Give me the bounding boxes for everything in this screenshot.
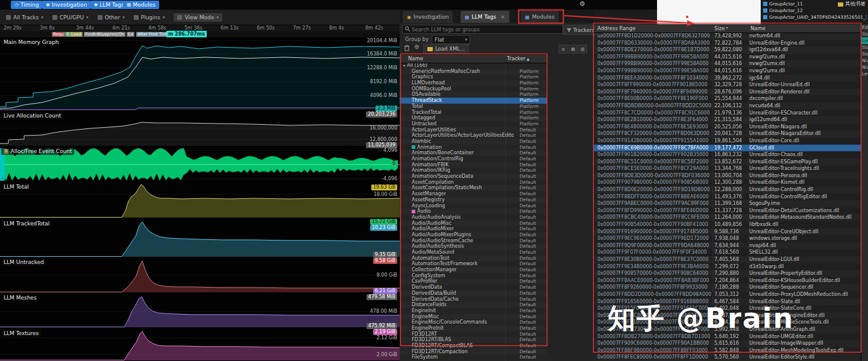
module-row[interactable]: 0x00007FF8BF9B0000-0x00007FF8BFF030005,5… <box>594 347 861 354</box>
llm-tag-row[interactable]: Audio/AudioMiscDefault <box>400 221 547 227</box>
llm-tag-row[interactable]: ActorLayerUtilitiesDefault <box>400 127 547 133</box>
module-row[interactable]: 0x00007FF9079B0000-0x00007FF90856B00012,… <box>594 179 861 186</box>
llm-tag-row[interactable]: Audio/MetaSoundDefault <box>400 250 547 256</box>
edge-strip-item[interactable]: Sta <box>861 51 868 57</box>
other-bookmarks[interactable]: 其他书签 <box>838 1 866 8</box>
llm-tag-row[interactable]: GraphicsPlatform <box>400 74 547 80</box>
llm-tag-row[interactable]: Audio/AudioAnalysisDefault <box>400 215 547 221</box>
module-row[interactable]: 0x00007FF8E30B0000-0x00007FF8E37C00007,4… <box>594 256 861 263</box>
module-row[interactable]: 0x00007FF8FF990000-0x00007FF90186500032,… <box>594 81 861 89</box>
grid-view-icon[interactable]: ▥ <box>578 45 587 54</box>
llm-tag-row[interactable]: AssetCompilation/StaticMeshDefault <box>400 185 547 191</box>
llm-tag-row[interactable]: EnginePreInitDefault <box>400 325 547 331</box>
module-row[interactable]: 0x00007FF8BDFF0000-0x00007FF8BEAE600011,… <box>594 193 861 201</box>
module-row[interactable]: 0x00007FF8C69B0000-0x00007FF8C7BFA00019,… <box>594 145 861 152</box>
module-row[interactable]: 0x00007FF8D1D20000-0x00007FF8D632700073,… <box>594 33 861 40</box>
module-row[interactable]: 0x00007FF908570000-0x00007FF908C640007,2… <box>594 270 861 277</box>
module-row[interactable]: 0x00007FF916900000-0x00007FF9174B50009,5… <box>594 228 861 236</box>
module-row[interactable]: 0x00007FF9F07F0000-0x00007FF9F0F340007,6… <box>594 249 861 256</box>
llm-tag-row[interactable]: ThreadStackPlatform <box>400 98 547 104</box>
llm-tag-row[interactable]: DistanceFieldsDefault <box>400 302 547 308</box>
module-row[interactable]: 0x00007FF8E2B10000-0x00007FF8E3F6400021,… <box>594 116 861 124</box>
module-row[interactable]: 0x00007FF9D9F00000-0x00007FF9DA6480007,6… <box>594 242 861 250</box>
llm-tag-row[interactable]: ActorLayerUtilities/ActorLayerUtilitiesE… <box>400 133 547 139</box>
load-xml-button[interactable]: Load XML... <box>423 44 469 54</box>
module-row[interactable]: 0x00007FF8D0E20000-0x00007FF8D19D800012,… <box>594 186 861 193</box>
llm-tag-row[interactable]: CsvProfilerDefault <box>400 278 547 284</box>
track-name-label[interactable]: LLM Untracked <box>1 259 46 266</box>
group-by-select[interactable]: Flat ▾ <box>432 35 470 44</box>
llm-tag-row[interactable]: UntrackedPlatform <box>400 121 547 127</box>
module-row[interactable]: 0x00007FF8E00B0000-0x00007FF8E190F00025,… <box>594 95 861 102</box>
module-row[interactable]: 0x00007FF8D6330000-0x00007FF8DA8A300072,… <box>594 40 861 47</box>
edge-strip-item[interactable]: Lin <box>861 37 868 44</box>
llm-tag-row[interactable]: AutomationTest/FrameworkDefault <box>400 261 547 267</box>
llm-tag-row[interactable]: EngineMiscDefault <box>400 314 547 320</box>
llm-tag-row[interactable]: Audio/AudioSynthesisDefault <box>400 243 547 250</box>
edge-strip-item[interactable]: Nia <box>861 64 868 71</box>
module-row[interactable]: 0x00007FF8F9260000-0x00007FF8F99330007,1… <box>594 284 861 291</box>
edge-strip-item[interactable]: Edi <box>861 24 868 31</box>
module-row[interactable]: 0x00007FF8DBDB0000-0x00007FF8DD2C500022,… <box>594 102 861 110</box>
module-row[interactable]: 0x00007FF8EEA30000-0x00007FF8F103400039,… <box>594 75 861 82</box>
module-row[interactable]: 0x00007FF8CE5E0000-0x00007FF8CF29A00013,… <box>594 165 861 172</box>
module-row[interactable]: 0x00007FF8CBC40000-0x00007FF8CC6FE00011,… <box>594 214 861 221</box>
timing-track-area[interactable] <box>0 37 400 361</box>
top-tab-timing[interactable]: ◷Timing <box>11 1 42 9</box>
close-icon[interactable]: × <box>500 14 505 20</box>
llm-tag-row[interactable]: DerivedData/BuildDefault <box>400 290 547 297</box>
llm-tag-row[interactable]: AlembicDefault <box>400 139 547 145</box>
llm-tag-row[interactable]: DerivedDataDefault <box>400 284 547 290</box>
module-row[interactable]: 0x00007FF99BB90000-0x00007FF99E58A00044,… <box>594 60 861 67</box>
column-size[interactable]: Size ▾ <box>714 25 728 31</box>
llm-tag-row[interactable]: AssetRegistryDefault <box>400 197 547 203</box>
gear-icon[interactable]: ⚙ <box>579 0 585 8</box>
llm-tag-row[interactable]: TrackedTotalPlatform <box>400 110 547 116</box>
module-row[interactable]: 0x00007FF909C60000-0x00007FF90A1BB0005,6… <box>594 340 861 347</box>
toolbar-cpu-gpu[interactable]: CPU/GPU▾ <box>52 14 89 20</box>
module-row[interactable]: 0x00007FF9142B0000-0x00007FF9155A100019,… <box>594 137 861 145</box>
llm-tag-row[interactable]: AnimationDefault <box>400 145 547 151</box>
track-name-label[interactable]: LLM TrackedTotal <box>1 220 52 227</box>
llm-tag-row[interactable]: Audio/AudioMixerPluginsDefault <box>400 232 547 238</box>
llm-tag-row[interactable]: Animation/FBIKDefault <box>400 162 547 168</box>
llm-tag-row[interactable]: GenericPlatformMallocCrashPlatform <box>400 69 547 75</box>
llm-tag-row[interactable]: DerivedData/CacheDefault <box>400 297 547 303</box>
track-name-label[interactable]: Live Allocation Count <box>1 112 63 119</box>
module-row[interactable]: 0x00007FF901B20000-0x00007FF902B3500016,… <box>594 151 861 159</box>
edge-strip-item[interactable]: Sta <box>861 44 868 51</box>
llm-tag-row[interactable]: EngineMisc/ConsoleCommandsDefault <box>400 319 547 325</box>
tree-expand-icon[interactable]: ▾ <box>403 63 405 69</box>
llm-tag-row[interactable]: EngineInitDefault <box>400 308 547 314</box>
llm-tag-root-row[interactable]: ▾All (166) <box>400 63 547 69</box>
track-name-label[interactable]: LLM Textures <box>1 330 41 337</box>
module-row[interactable]: 0x00007FF9ABEC0000-0x00007FF9AC99F00011,… <box>594 200 861 207</box>
llm-tag-row[interactable]: ConfigSystemDefault <box>400 273 547 279</box>
module-row[interactable]: 0x00007FF99BB90000-0x00007FF99E58A00044,… <box>594 67 861 75</box>
module-row[interactable]: 0x00007FF8DE3D0000-0x00007FF8DF03600013,… <box>594 172 861 180</box>
track-name-label[interactable]: LLM Total <box>1 183 31 190</box>
group-actor-row[interactable]: GroupActor_UAID_347DF6D42433526501_15231… <box>763 14 867 20</box>
llm-tag-row[interactable]: Animation/ControlRigDefault <box>400 156 547 162</box>
tab-investigation[interactable]: ◉ Investigation <box>403 11 453 23</box>
detail-view-icon[interactable]: ▤ <box>568 45 577 54</box>
module-row[interactable]: 0x00007FF8DD2D0000-0x00007FF8DD98A0007,0… <box>594 291 861 298</box>
llm-tag-row[interactable]: CollectionManagerDefault <box>400 267 547 273</box>
llm-tag-row[interactable]: TotalPlatform <box>400 104 547 110</box>
top-tab-llm-tags[interactable]: ◆LLM Tags <box>90 1 128 9</box>
llm-tag-row[interactable]: FileSystemDefault <box>400 354 547 360</box>
toolbar-view-mode[interactable]: View Mode▾ <box>174 13 222 22</box>
top-tab-modules[interactable]: ▦Modules <box>123 1 159 9</box>
llm-tag-row[interactable]: FD3D12RT/BLASDefault <box>400 337 547 343</box>
llm-tag-row[interactable]: AssetManagerDefault <box>400 191 547 197</box>
track-name-label[interactable]: Main Memory Graph <box>1 39 61 46</box>
llm-tag-row[interactable]: FD3D12RT/CompactionDefault <box>400 349 547 355</box>
module-row[interactable]: 0x00007FF8CF320000-0x00007FF8D063D00020,… <box>594 130 861 137</box>
llm-tag-row[interactable]: Animation/SequenceDataDefault <box>400 174 547 180</box>
module-row[interactable]: 0x00007FF99BB90000-0x00007FF99E58A00044,… <box>594 54 861 61</box>
list-view-icon[interactable]: ≡ <box>559 45 568 54</box>
tab-modules[interactable]: ▦ Modules <box>521 11 559 23</box>
search-input[interactable] <box>402 25 563 34</box>
module-row[interactable]: 0x00007FF8FEC80000-0x00007FF8FF1D00005,5… <box>594 354 861 361</box>
llm-tag-row[interactable]: Audio/AudioStreamCacheDefault <box>400 238 547 244</box>
